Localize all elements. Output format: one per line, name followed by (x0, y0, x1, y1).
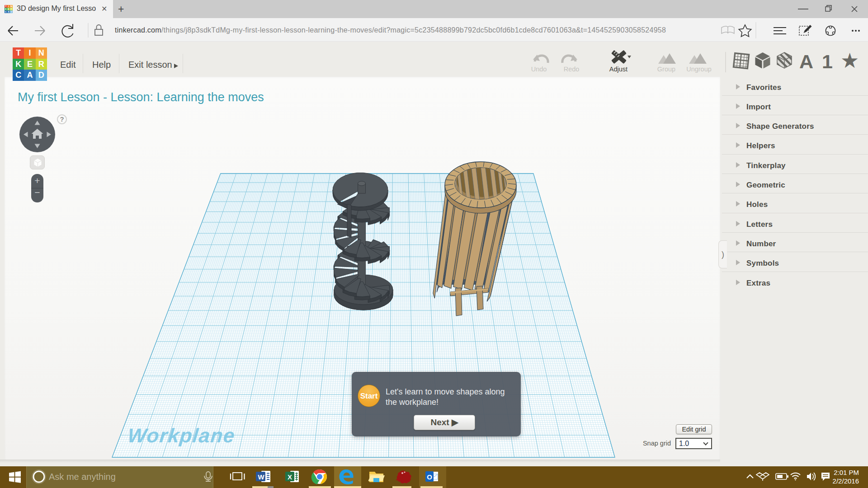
svg-text:★: ★ (840, 49, 859, 72)
svg-text:Workplane: Workplane (127, 424, 236, 446)
svg-text:A: A (799, 51, 813, 72)
svg-text:1: 1 (822, 51, 833, 72)
svg-text:W: W (258, 473, 264, 481)
svg-text:X: X (288, 473, 292, 481)
svg-text:O: O (427, 473, 432, 481)
